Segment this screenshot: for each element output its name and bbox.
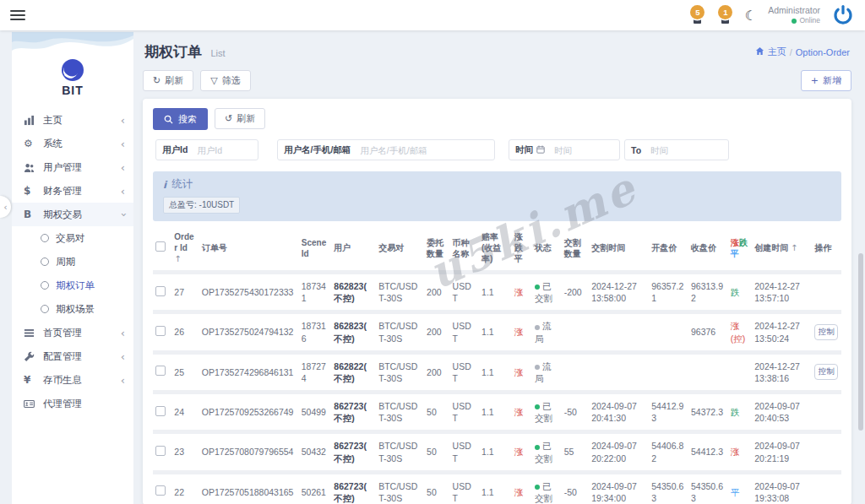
orders-table-wrap: Order Id ↑订单号Scene Id用户交易对委托数量币种名称赔率 (收益… [153, 230, 841, 504]
open-price-cell: 54406.82 [649, 432, 688, 472]
time-to-input[interactable] [647, 145, 728, 155]
sidebar-subitem-0[interactable]: 交易对 [12, 226, 133, 250]
status-cell: 已交割 [532, 472, 562, 504]
pair-cell: BTC/USDT-30S [376, 273, 424, 312]
sidebar-subitem-2[interactable]: 期权订单 [12, 274, 133, 297]
wave-decoration [12, 32, 133, 61]
page-subtitle: List [210, 48, 225, 58]
submenu-item-label: 交易对 [56, 232, 85, 245]
sort-asc-icon[interactable]: ↑ [174, 254, 181, 263]
sidebar-item-yen[interactable]: ¥存币生息‹ [12, 368, 133, 392]
sort-asc-icon[interactable]: ↑ [791, 243, 797, 252]
order-id-cell: 26 [171, 312, 199, 352]
column-header-3: Scene Id [299, 230, 332, 273]
sidebar-item-chart[interactable]: 主页‹ [12, 108, 133, 132]
add-button[interactable]: + 新增 [801, 70, 851, 91]
status-dot [535, 325, 540, 330]
sidebar-item-idcard[interactable]: 代理管理 [12, 392, 133, 415]
sidebar-subitem-1[interactable]: 周期 [12, 250, 133, 274]
status-cell: 流局 [532, 352, 562, 392]
row-checkbox[interactable] [155, 485, 166, 496]
plus-icon: + [811, 75, 819, 86]
notification-bell-icon[interactable]: 5 [689, 4, 706, 26]
reset-button[interactable]: ↺ 刷新 [215, 108, 265, 129]
chart-icon [24, 115, 39, 126]
sidebar-item-list[interactable]: 首页管理‹ [12, 321, 133, 344]
sidebar-item-gear[interactable]: ⚙系统‹ [12, 132, 133, 155]
row-checkbox[interactable] [155, 326, 166, 336]
breadcrumb: 主页 / Option-Order [755, 46, 850, 58]
dark-mode-toggle-icon[interactable]: ☾ [745, 8, 757, 24]
sidebar-item-dollar[interactable]: $财务管理‹ [12, 179, 133, 203]
user-value: 862823(不控) [334, 281, 367, 303]
chevron-icon: ‹ [117, 212, 129, 216]
odds-cell: 1.1 [479, 352, 512, 392]
logout-power-button[interactable] [831, 3, 855, 27]
row-checkbox[interactable] [155, 406, 166, 416]
breadcrumb-current: Option-Order [796, 47, 850, 57]
row-checkbox-cell [153, 393, 171, 432]
row-checkbox[interactable] [155, 366, 166, 376]
scene-id-cell: 50432 [299, 432, 332, 472]
message-count-badge: 1 [718, 5, 732, 19]
list-icon [24, 328, 39, 339]
status-cell: 已交割 [532, 393, 562, 432]
scene-id-cell: 50499 [299, 393, 332, 432]
sidebar-subitem-3[interactable]: 期权场景 [12, 297, 133, 321]
control-button[interactable]: 控制 [814, 324, 838, 340]
result-header-char: 平 [731, 249, 739, 258]
user-id-input[interactable] [193, 145, 258, 155]
delivery-amount-cell: -200 [562, 273, 590, 312]
breadcrumb-home-link[interactable]: 主页 [768, 46, 786, 58]
filter-button[interactable]: ▽ 筛选 [200, 70, 250, 91]
filter-time-to: To [624, 139, 729, 160]
search-button[interactable]: 搜索 [153, 108, 208, 130]
row-checkbox[interactable] [155, 446, 166, 456]
result-value: 平 [731, 487, 740, 497]
chevron-icon: ‹ [121, 138, 125, 150]
column-header-15: 涨跌平 [728, 230, 752, 273]
user-cell: 862723(不控) [331, 432, 376, 472]
sidebar-item-label: 存币生息 [43, 374, 121, 387]
row-checkbox[interactable] [155, 286, 166, 296]
order-no-cell: OP1735274296846131 [199, 352, 299, 392]
result-header-char: 跌 [739, 238, 748, 247]
power-icon [831, 3, 855, 27]
sidebar-item-bitcoin[interactable]: B期权交易‹ [12, 203, 133, 226]
column-header-13: 开盘价 [649, 230, 688, 273]
user-value: 862822(不控) [334, 361, 367, 383]
control-button[interactable]: 控制 [814, 364, 838, 380]
search-icon [164, 115, 173, 124]
order-id-cell: 22 [171, 472, 199, 504]
table-row: 25OP1735274296846131187274862822(不控)BTC/… [153, 352, 841, 392]
funnel-icon: ▽ [210, 75, 217, 86]
user-value: 862723(不控) [334, 401, 367, 423]
direction-value: 涨 [514, 287, 524, 297]
column-header-9: 涨跌平 [512, 230, 532, 273]
sidebar-item-wrench[interactable]: 配置管理‹ [12, 344, 133, 368]
chevron-icon: ‹ [121, 327, 125, 339]
column-header-10: 状态 [532, 230, 562, 273]
total-pnl-badge: 总盈亏: -10USDT [163, 197, 240, 214]
result-cell: 跌 [728, 393, 752, 432]
sidebar-item-label: 配置管理 [43, 350, 121, 363]
radio-circle-icon [41, 305, 49, 313]
refresh-button[interactable]: ↻ 刷新 [143, 70, 193, 91]
message-bell-icon[interactable]: 1 [717, 4, 734, 26]
column-header-14: 收盘价 [688, 230, 728, 273]
column-header-5: 交易对 [376, 230, 424, 273]
filter-user-name: 用户名/手机/邮箱 [277, 139, 495, 160]
sidebar-item-users[interactable]: 用户管理‹ [12, 155, 133, 179]
amount-cell: 200 [424, 273, 449, 312]
dollar-icon: $ [24, 185, 39, 197]
time-from-input[interactable] [551, 145, 619, 155]
submenu: 交易对周期期权订单期权场景 [12, 226, 133, 321]
user-value: 862823(不控) [334, 321, 367, 343]
hamburger-menu-icon[interactable] [10, 8, 25, 23]
row-checkbox-cell [153, 352, 171, 392]
select-all-checkbox[interactable] [155, 241, 166, 252]
order-no-cell: OP1735275430172333 [199, 273, 299, 312]
user-name-input[interactable] [356, 145, 494, 155]
vertical-scrollbar[interactable] [858, 253, 863, 431]
column-header-17: 操作 [812, 230, 841, 273]
